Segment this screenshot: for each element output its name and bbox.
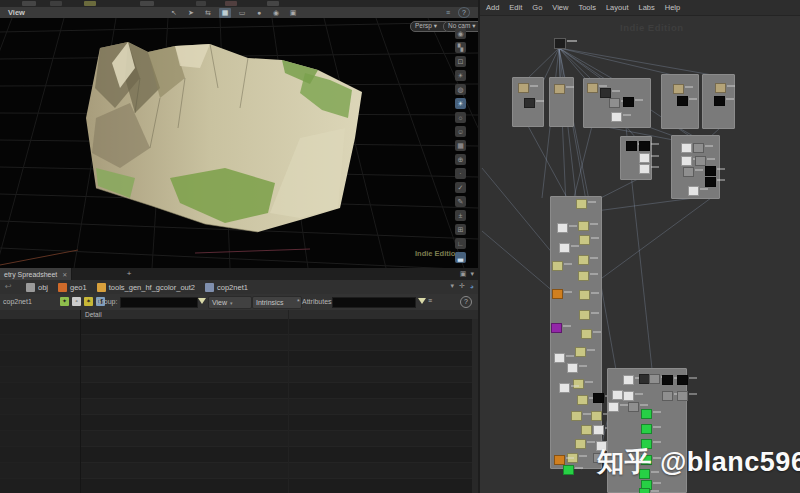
- path-dropdown-icon[interactable]: ▾: [450, 282, 454, 290]
- network-box[interactable]: [549, 77, 574, 127]
- network-node[interactable]: [639, 488, 650, 493]
- path-chip-obj[interactable]: obj: [26, 283, 48, 292]
- network-node[interactable]: [695, 156, 706, 166]
- menu-go[interactable]: Go: [532, 3, 542, 12]
- annotate-pen-icon[interactable]: ✎: [455, 196, 466, 207]
- network-node[interactable]: [518, 83, 529, 93]
- network-node[interactable]: [559, 383, 570, 393]
- network-node[interactable]: [612, 390, 623, 400]
- network-node[interactable]: [714, 96, 725, 106]
- network-node[interactable]: [581, 425, 592, 435]
- network-node[interactable]: [578, 221, 589, 231]
- view-dropdown[interactable]: View▾: [208, 296, 252, 309]
- network-node[interactable]: [673, 84, 684, 94]
- network-node[interactable]: [649, 374, 660, 384]
- network-node[interactable]: [593, 393, 604, 403]
- network-node[interactable]: [554, 455, 565, 465]
- network-node[interactable]: [557, 223, 568, 233]
- material-sphere-icon[interactable]: ◍: [455, 84, 466, 95]
- menu-labs[interactable]: Labs: [638, 3, 654, 12]
- network-node[interactable]: [575, 347, 586, 357]
- network-node[interactable]: [639, 141, 650, 151]
- network-node[interactable]: [609, 98, 620, 108]
- frame-box-icon[interactable]: ▭: [236, 8, 248, 18]
- network-node[interactable]: [587, 83, 598, 93]
- menu-tools[interactable]: Tools: [578, 3, 596, 12]
- shelf-icon-1[interactable]: [22, 1, 36, 6]
- group-input[interactable]: [120, 297, 198, 308]
- network-node[interactable]: [551, 323, 562, 333]
- network-node[interactable]: [552, 289, 563, 299]
- select-arrow-icon[interactable]: ↖: [168, 8, 180, 18]
- network-node[interactable]: [677, 96, 688, 106]
- attributes-filter-icon[interactable]: [418, 298, 426, 304]
- menu-help[interactable]: Help: [665, 3, 680, 12]
- network-node[interactable]: [567, 363, 578, 373]
- render-view-icon[interactable]: ◉: [270, 8, 282, 18]
- network-node[interactable]: [578, 255, 589, 265]
- network-box[interactable]: [583, 78, 651, 128]
- points-mode-icon[interactable]: ✦: [60, 297, 69, 306]
- network-node[interactable]: [677, 375, 688, 385]
- network-node[interactable]: [576, 199, 587, 209]
- network-node[interactable]: [579, 235, 590, 245]
- network-node[interactable]: [693, 143, 704, 153]
- network-node-root[interactable]: [554, 38, 566, 49]
- network-node[interactable]: [581, 329, 592, 339]
- point-marker-icon[interactable]: ·: [455, 168, 466, 179]
- handle-blue-icon[interactable]: ▃: [455, 252, 466, 263]
- isolate-geo-icon[interactable]: ▚: [455, 42, 466, 53]
- network-node[interactable]: [639, 164, 650, 174]
- highquality-light-icon[interactable]: ☼: [455, 112, 466, 123]
- network-node[interactable]: [577, 395, 588, 405]
- scene-lights-icon[interactable]: ☀: [455, 98, 466, 109]
- tab-close-icon[interactable]: ✕: [62, 271, 67, 278]
- network-box[interactable]: [512, 77, 544, 127]
- menu-view[interactable]: View: [552, 3, 568, 12]
- network-node[interactable]: [571, 411, 582, 421]
- menu-edit[interactable]: Edit: [509, 3, 522, 12]
- verts-mode-icon[interactable]: ▫: [72, 297, 81, 306]
- path-chip-tools[interactable]: tools_gen_hf_gcolor_out2: [97, 283, 195, 292]
- network-node[interactable]: [575, 439, 586, 449]
- snap-grid-icon[interactable]: ▦: [219, 8, 231, 18]
- network-node[interactable]: [579, 310, 590, 320]
- headlight-icon[interactable]: ☀: [455, 70, 466, 81]
- network-node[interactable]: [641, 424, 652, 434]
- network-box[interactable]: [661, 74, 699, 129]
- network-node[interactable]: [705, 166, 716, 176]
- menu-add[interactable]: Add: [486, 3, 499, 12]
- path-chip-geo1[interactable]: geo1: [58, 283, 87, 292]
- network-node[interactable]: [593, 425, 604, 435]
- shelf-icon-4[interactable]: [140, 1, 154, 6]
- network-editor[interactable]: Indie Edition: [480, 16, 800, 493]
- prims-mode-icon[interactable]: ✶: [84, 297, 93, 306]
- network-node[interactable]: [608, 402, 619, 412]
- network-node[interactable]: [563, 465, 574, 475]
- viewport-help-icon[interactable]: ?: [458, 7, 470, 18]
- network-node[interactable]: [524, 98, 535, 108]
- network-box[interactable]: [702, 74, 735, 129]
- display-options-icon[interactable]: ≡: [443, 8, 453, 17]
- shelf-icon-3[interactable]: [84, 1, 96, 6]
- network-node[interactable]: [554, 353, 565, 363]
- texture-checker-icon[interactable]: ▦: [455, 140, 466, 151]
- viewport-3d[interactable]: Persp ▾No cam ▾ Indie Edition ◉▚⊡☀◍☀☼☺▦⊕…: [0, 18, 478, 268]
- path-back-icon[interactable]: ↩: [5, 282, 12, 291]
- snapshot-camera-icon[interactable]: ▣: [287, 8, 299, 18]
- network-node[interactable]: [705, 177, 716, 187]
- shelf-icon-5[interactable]: [196, 1, 206, 6]
- shelf-icon-6[interactable]: [225, 1, 237, 6]
- path-pin-icon[interactable]: ✛: [459, 282, 465, 290]
- network-node[interactable]: [662, 375, 673, 385]
- panel-help-icon[interactable]: ?: [460, 296, 472, 308]
- network-node[interactable]: [611, 112, 622, 122]
- tab-add-button[interactable]: +: [124, 269, 134, 279]
- network-node[interactable]: [641, 409, 652, 419]
- network-node[interactable]: [677, 391, 688, 401]
- network-node[interactable]: [628, 402, 639, 412]
- path-chip-cop2net1[interactable]: cop2net1: [205, 283, 248, 292]
- attributes-input[interactable]: [332, 297, 416, 308]
- intrinsics-dropdown[interactable]: Intrinsics: [252, 296, 302, 309]
- network-node[interactable]: [559, 243, 570, 253]
